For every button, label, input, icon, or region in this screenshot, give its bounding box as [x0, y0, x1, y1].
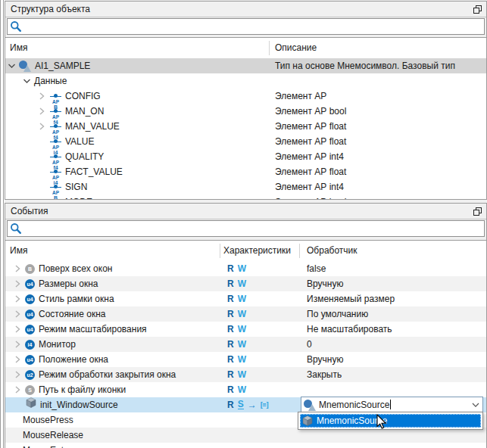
tree-row[interactable]: f4APVALUEЭлемент АР float	[5, 134, 486, 149]
chevron-right-icon[interactable]	[13, 276, 25, 291]
tree-item-name: Данные	[5, 73, 67, 89]
tree-item-description: Элемент АР float	[275, 164, 346, 179]
handler-value[interactable]: Не масштабировать	[307, 322, 392, 337]
tree-row[interactable]: i4APSIGNЭлемент АР int4	[5, 179, 486, 194]
chevron-right-icon[interactable]	[13, 367, 25, 382]
column-header-characteristics[interactable]: Характеристики	[223, 241, 291, 260]
float-panel-button[interactable]	[472, 4, 483, 15]
chevron-down-icon[interactable]	[7, 58, 19, 73]
chevron-down-icon[interactable]	[22, 73, 34, 89]
indent-spacer	[37, 157, 49, 157]
event-row[interactable]: MouseEnter	[5, 443, 486, 448]
characteristic-flag: R	[227, 382, 234, 397]
window-source-icon	[301, 415, 314, 427]
handler-value[interactable]: Изменяемый размер	[307, 291, 395, 306]
tree-item-description: Элемент АР float	[275, 119, 346, 134]
event-name-label: Путь к файлу иконки	[39, 382, 126, 397]
tree-row[interactable]: AI1_SAMPLEТип на основе Мнемосимвол. Баз…	[5, 58, 486, 73]
structure-panel-titlebar: Структура объекта	[5, 2, 486, 17]
column-divider[interactable]	[299, 244, 300, 258]
search-input[interactable]	[22, 19, 484, 34]
characteristic-flag: R	[227, 276, 234, 291]
characteristic-flag: W	[238, 261, 246, 276]
tree-row[interactable]: f4APMAN_VALUEЭлемент АР float	[5, 119, 486, 134]
characteristic-flag: W	[238, 306, 246, 322]
characteristics-flags: RW	[227, 306, 246, 322]
handler-value[interactable]: 0	[307, 337, 312, 352]
characteristic-flag: W	[238, 337, 246, 352]
event-row[interactable]: i4МониторRW0	[5, 337, 486, 352]
tree-item-label: MAN_ON	[65, 104, 104, 119]
type-badge-icon: u4	[25, 279, 35, 289]
tree-item-name: f4APFACT_VALUE	[5, 164, 123, 179]
chevron-right-icon[interactable]	[37, 89, 49, 104]
indent-spacer	[13, 405, 25, 406]
handler-value[interactable]: false	[307, 261, 326, 276]
column-header-name[interactable]: Имя	[10, 241, 27, 260]
mnemonic-symbol-icon	[19, 60, 32, 72]
event-row[interactable]: u4Стиль рамки окнаRWИзменяемый размер	[5, 291, 486, 306]
handler-combobox[interactable]: MnemonicSource	[301, 397, 483, 412]
event-row[interactable]: u4Режим масштабированияRWНе масштабирова…	[5, 322, 486, 337]
handler-value[interactable]: Закрыть	[307, 367, 342, 382]
chevron-right-icon[interactable]	[13, 291, 25, 306]
tree-item-name: f4APMAN_VALUE	[5, 119, 120, 134]
ap-element-icon: f4AP	[49, 135, 62, 148]
handler-value[interactable]: По умолчанию	[307, 306, 368, 322]
handler-value[interactable]: Вручную	[307, 352, 343, 367]
tree-item-label: Данные	[34, 73, 67, 89]
chevron-right-icon[interactable]	[13, 337, 25, 352]
tree-row[interactable]: BAPMAN_ONЭлемент АР bool	[5, 104, 486, 119]
panel-title: Структура объекта	[11, 4, 90, 14]
event-row[interactable]: SПуть к файлу иконкиRW	[5, 382, 486, 397]
characteristic-flag: W	[238, 276, 246, 291]
event-name-label: MouseRelease	[23, 428, 83, 443]
type-badge-icon: u2	[25, 370, 35, 380]
event-row[interactable]: u4Состояние окнаRWПо умолчанию	[5, 306, 486, 322]
chevron-right-icon[interactable]	[13, 261, 25, 276]
type-badge-icon: u4	[25, 325, 35, 334]
chevron-down-icon[interactable]	[472, 403, 479, 408]
tree-item-name: f4APVALUE	[5, 134, 94, 149]
characteristic-flag: R	[227, 352, 234, 367]
tree-row[interactable]: f4APFACT_VALUEЭлемент АР float	[5, 164, 486, 179]
dropdown-item[interactable]: MnemonicSource	[300, 414, 481, 428]
characteristic-flag: R	[227, 337, 234, 352]
tree-item-description: Элемент АР bool	[275, 104, 346, 119]
column-divider[interactable]	[220, 244, 220, 258]
search-input[interactable]	[22, 221, 484, 236]
chevron-right-icon[interactable]	[13, 382, 25, 397]
characteristic-flag: →	[248, 397, 257, 412]
event-name: init_WindowSource	[5, 397, 118, 412]
column-header-name[interactable]: Имя	[10, 38, 27, 58]
tree-row[interactable]: i4APQUALITYЭлемент АР int4	[5, 149, 486, 164]
tree-row[interactable]: Данные	[5, 73, 486, 89]
type-badge-icon: S	[25, 385, 35, 395]
event-row[interactable]: BПоверх всех оконRWfalse	[5, 261, 486, 276]
tree-row[interactable]: APCONFIGЭлемент АР	[5, 89, 486, 104]
event-row[interactable]: u2Режим обработки закрытия окнаRWЗакрыть	[5, 367, 486, 382]
event-row[interactable]: u4Размеры окнаRWВручную	[5, 276, 486, 291]
chevron-right-icon[interactable]	[13, 322, 25, 337]
ap-element-icon: i4AP	[49, 181, 62, 194]
tree-row[interactable]: BAPMODEЭлемент АР bool	[5, 194, 486, 199]
characteristic-flag: R	[227, 306, 234, 322]
column-divider[interactable]	[269, 41, 270, 55]
characteristic-flag: R	[227, 261, 234, 276]
column-header-handler[interactable]: Обработчик	[307, 241, 357, 260]
indent-spacer	[37, 187, 49, 188]
chevron-right-icon[interactable]	[37, 119, 49, 134]
event-row[interactable]: u4Положение окнаRWВручную	[5, 352, 486, 367]
combobox-dropdown: MnemonicSource	[298, 412, 483, 430]
characteristic-flag: S	[238, 400, 244, 409]
handler-value[interactable]: Вручную	[307, 276, 343, 291]
float-panel-button[interactable]	[472, 206, 483, 217]
chevron-right-icon[interactable]	[13, 306, 25, 322]
event-row[interactable]: MouseRelease	[5, 428, 486, 443]
column-header-description[interactable]: Описание	[275, 38, 317, 58]
tree-item-name: i4APQUALITY	[5, 149, 104, 164]
text-caret	[390, 400, 391, 409]
chevron-right-icon[interactable]	[37, 104, 49, 119]
chevron-right-icon[interactable]	[13, 352, 25, 367]
event-name: u4Режим масштабирования	[5, 322, 147, 337]
